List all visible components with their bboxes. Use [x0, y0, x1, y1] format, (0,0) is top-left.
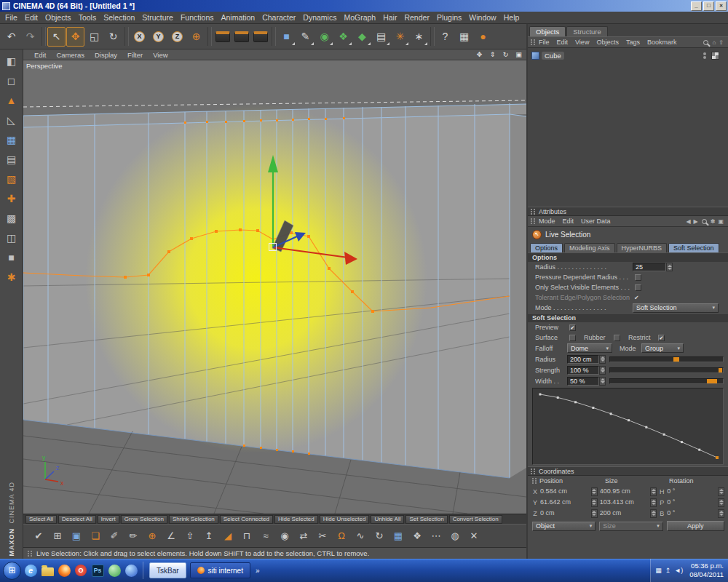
snap-mode-icon[interactable]: ■ [2, 248, 21, 267]
viewport-camera-label[interactable]: Perspective [26, 62, 63, 70]
spinner-control[interactable] [650, 487, 657, 496]
panel-grip[interactable] [531, 469, 535, 474]
toggle-view-icon[interactable]: ▣ [513, 51, 524, 58]
radius-option-field[interactable]: 25 [633, 263, 673, 271]
menu-item-hair[interactable]: Hair [379, 12, 400, 23]
width-field[interactable]: 50 % [567, 377, 606, 386]
apply-button[interactable]: Apply [667, 521, 724, 531]
om-menu-view[interactable]: View [571, 39, 593, 46]
curve-endpoint-handle[interactable] [716, 456, 719, 459]
cube-object-icon[interactable] [531, 52, 539, 60]
c4d-sphere-icon[interactable]: ● [474, 27, 492, 47]
soft-radius-slider[interactable] [609, 356, 724, 362]
object-mode-dropdown[interactable]: Object▾ [532, 522, 596, 531]
viewport[interactable]: Perspective [23, 60, 526, 514]
firefox-icon[interactable] [57, 563, 71, 578]
add-polygon-icon[interactable]: ⊕ [143, 527, 162, 546]
soft-mode-dropdown[interactable]: Group▾ [641, 343, 684, 353]
subdivide-icon[interactable]: ▦ [389, 527, 408, 546]
help-icon[interactable]: ? [436, 27, 454, 47]
search-icon[interactable] [702, 219, 707, 224]
tab-structure[interactable]: Structure [566, 26, 608, 36]
bevel-icon[interactable]: ◢ [218, 527, 237, 546]
hide-selected-button[interactable]: Hide Selected [274, 515, 318, 524]
panel-grip[interactable] [532, 478, 537, 484]
menu-item-dynamics[interactable]: Dynamics [299, 12, 340, 23]
panel-grip[interactable] [531, 209, 535, 215]
render-settings-icon[interactable] [251, 27, 269, 47]
add-cube-icon[interactable]: ■ [277, 27, 296, 47]
menu-item-functions[interactable]: Functions [177, 12, 218, 23]
undo-icon[interactable]: ↶ [2, 27, 20, 47]
lock-x-icon[interactable]: X [130, 27, 149, 47]
close-button[interactable]: × [716, 1, 727, 11]
spinner-control[interactable] [718, 498, 724, 507]
search-icon[interactable] [703, 40, 708, 45]
orbit-icon[interactable]: ↻ [500, 51, 511, 58]
live-selection-icon[interactable]: ↖ [47, 27, 66, 47]
apply-check-icon[interactable]: ✔ [29, 527, 48, 546]
close-hole-icon[interactable]: ◍ [446, 527, 464, 546]
select-connected-button[interactable]: Select Connected [220, 515, 273, 524]
visibility-dot[interactable] [703, 56, 706, 59]
om-menu-tags[interactable]: Tags [622, 39, 644, 46]
globe-icon[interactable] [124, 563, 138, 578]
tray-volume-icon[interactable]: ◄) [674, 567, 683, 574]
photoshop-icon[interactable]: Ps [90, 563, 105, 578]
convert-selection-button[interactable]: Convert Selection [449, 515, 502, 524]
make-editable-icon[interactable]: ◧ [2, 52, 21, 71]
gizmo-origin[interactable] [269, 244, 277, 251]
surface-checkbox[interactable] [569, 335, 576, 341]
texture-mode-icon[interactable]: ▲ [2, 91, 21, 110]
menu-item-objects[interactable]: Objects [41, 12, 75, 23]
scissors-icon[interactable]: ✂ [313, 527, 332, 546]
attr-menu-edit[interactable]: Edit [559, 218, 578, 225]
model-mode-icon[interactable]: ◻ [2, 71, 21, 90]
messenger-icon[interactable] [107, 563, 122, 578]
move-icon[interactable]: ✥ [66, 27, 84, 47]
size-z-field[interactable]: 200 cm [600, 509, 657, 518]
attr-tab-options[interactable]: Options [530, 243, 563, 252]
pen-icon[interactable]: ✏ [124, 527, 143, 546]
render-view-icon[interactable] [213, 27, 232, 47]
up-icon[interactable]: ⇧ [717, 39, 725, 46]
opera-icon[interactable]: O [74, 563, 88, 578]
object-list[interactable]: Cube [528, 48, 728, 207]
lock-y-icon[interactable]: Y [149, 27, 167, 47]
attr-tab-hypernurbs[interactable]: HyperNURBS [617, 243, 668, 252]
ie-icon[interactable]: e [23, 563, 38, 578]
uv-mode-icon[interactable]: ◫ [2, 228, 21, 247]
inner-extrude-icon[interactable]: ↥ [199, 527, 218, 546]
matrix-extrude-icon[interactable]: ❖ [408, 527, 427, 546]
points-mode-icon[interactable]: ▦ [2, 130, 21, 149]
taskbar-clock[interactable]: 05:36 p.m. 08/04/2011 [687, 562, 724, 579]
deselect-all-button[interactable]: Deselect All [58, 515, 96, 524]
menu-item-file[interactable]: File [1, 12, 21, 23]
rotate-icon[interactable]: ↻ [104, 27, 122, 47]
select-all-button[interactable]: Select All [25, 515, 57, 524]
rubber-checkbox[interactable] [614, 335, 620, 341]
attr-menu-mode[interactable]: Mode [535, 218, 559, 225]
viewport-canvas[interactable]: y z x [23, 60, 526, 514]
shrink-selection-button[interactable]: Shrink Selection [169, 515, 218, 524]
position-z-field[interactable]: 0 cm [540, 509, 598, 518]
options-section-header[interactable]: Options [528, 252, 728, 262]
size-mode-dropdown[interactable]: Size▾ [599, 522, 662, 531]
spinner-control[interactable] [591, 498, 598, 507]
create-cube-icon[interactable]: ▣ [67, 527, 86, 546]
add-particles-icon[interactable]: ∗ [410, 27, 428, 47]
workplane-mode-icon[interactable]: ◺ [2, 111, 21, 129]
tray-eject-icon[interactable]: ↥ [665, 567, 671, 574]
points-grid-icon[interactable]: ⊞ [48, 527, 67, 546]
object-name[interactable]: Cube [542, 52, 564, 60]
menu-item-edit[interactable]: Edit [21, 12, 41, 23]
magnet-tool-icon[interactable]: ✱ [2, 268, 21, 287]
menu-item-character[interactable]: Character [258, 12, 299, 23]
rotation-p-field[interactable]: 0 ° [667, 498, 724, 507]
console-icon[interactable]: ▦ [455, 27, 473, 47]
history-forward-icon[interactable]: ▶ [692, 218, 700, 225]
vp-menu-display[interactable]: Display [90, 51, 122, 59]
om-menu-bookmark[interactable]: Bookmark [644, 39, 681, 46]
home-icon[interactable]: ⌂ [711, 39, 717, 46]
lock-z-icon[interactable]: Z [168, 27, 186, 47]
